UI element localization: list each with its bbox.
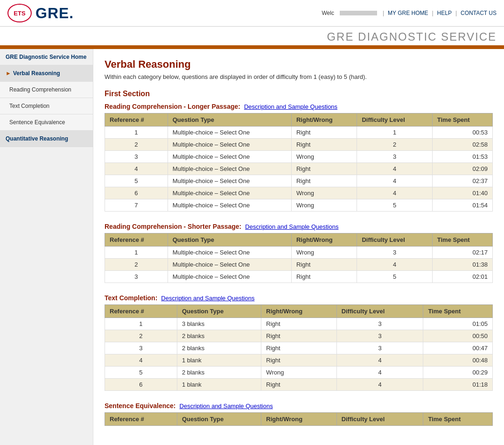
cell-ref: 3 (105, 271, 168, 283)
cell-ref: 2 (105, 330, 177, 342)
cell-type: 1 blank (177, 379, 261, 391)
cell-difficulty: 5 (357, 199, 432, 212)
cell-difficulty: 4 (336, 367, 423, 379)
rc-shorter-header-row: Reference # Question Type Right/Wrong Di… (105, 233, 493, 247)
cell-type: 2 blanks (177, 342, 261, 354)
sidebar-item-sentence-equivalence[interactable]: Sentence Equivalence (0, 114, 93, 131)
table-row: 3 Multiple-choice – Select One Wrong 3 0… (105, 151, 493, 163)
sentence-equiv-section: Sentence Equivalence: Description and Sa… (105, 402, 493, 426)
cell-type: Multiple-choice – Select One (168, 199, 291, 212)
col-result: Right/Wrong (291, 113, 357, 127)
cell-result: Right (291, 163, 357, 175)
col-ref: Reference # (105, 305, 177, 318)
subtitle: Within each category below, questions ar… (105, 73, 493, 80)
sentence-equiv-title: Sentence Equivalence: (105, 402, 176, 410)
col-result: Right/Wrong (291, 233, 357, 247)
cell-difficulty: 4 (336, 354, 423, 367)
text-completion-link[interactable]: Description and Sample Questions (161, 295, 254, 302)
cell-result: Right (261, 318, 337, 330)
cell-difficulty: 5 (357, 271, 432, 283)
table-row: 3 Multiple-choice – Select One Right 5 0… (105, 271, 493, 283)
cell-result: Right (261, 342, 337, 354)
col-type: Question Type (177, 413, 261, 426)
sidebar-item-text-completion[interactable]: Text Completion (0, 98, 93, 114)
ets-text: ETS (14, 10, 25, 17)
header: ETS GRE. Welc | MY GRE HOME | HELP | CON… (0, 0, 504, 27)
cell-type: Multiple-choice – Select One (168, 175, 291, 187)
cell-ref: 6 (105, 379, 177, 391)
text-completion-header-row: Reference # Question Type Right/Wrong Di… (105, 305, 493, 318)
cell-time: 01:18 (423, 379, 493, 391)
cell-type: Multiple-choice – Select One (168, 139, 291, 151)
sidebar-item-verbal[interactable]: ► Verbal Reasoning (0, 65, 93, 82)
cell-ref: 4 (105, 354, 177, 367)
table-row: 5 Multiple-choice – Select One Right 4 0… (105, 175, 493, 187)
cell-result: Right (261, 354, 337, 367)
col-difficulty: Difficulty Level (336, 413, 423, 426)
cell-type: 3 blanks (177, 318, 261, 330)
col-type: Question Type (168, 113, 291, 127)
cell-difficulty: 3 (336, 318, 423, 330)
cell-difficulty: 4 (357, 259, 432, 271)
cell-ref: 1 (105, 318, 177, 330)
cell-ref: 1 (105, 127, 168, 139)
rc-longer-section: Reading Comprehension - Longer Passage: … (105, 103, 493, 212)
sidebar-item-reading-comprehension[interactable]: Reading Comprehension (0, 82, 93, 98)
cell-ref: 2 (105, 139, 168, 151)
sep1: | (383, 10, 384, 16)
help-link[interactable]: HELP (437, 10, 452, 16)
cell-result: Right (291, 139, 357, 151)
cell-difficulty: 4 (357, 175, 432, 187)
cell-result: Right (291, 127, 357, 139)
col-difficulty: Difficulty Level (336, 305, 423, 318)
cell-time: 00:48 (423, 354, 493, 367)
gre-logo: GRE. (35, 5, 74, 22)
table-row: 2 2 blanks Right 3 00:50 (105, 330, 493, 342)
cell-result: Wrong (291, 247, 357, 259)
first-section-title: First Section (105, 90, 493, 98)
rc-shorter-section: Reading Comprehension - Shorter Passage:… (105, 223, 493, 283)
cell-time: 00:29 (423, 367, 493, 379)
orange-bar (0, 45, 504, 49)
rc-shorter-link[interactable]: Description and Sample Questions (245, 223, 338, 230)
banner: GRE DIAGNOSTIC SERVICE (0, 27, 504, 45)
table-row: 4 Multiple-choice – Select One Right 4 0… (105, 163, 493, 175)
sentence-equiv-link[interactable]: Description and Sample Questions (180, 403, 273, 410)
col-type: Question Type (177, 305, 261, 318)
rc-longer-table: Reference # Question Type Right/Wrong Di… (105, 113, 493, 212)
cell-ref: 2 (105, 259, 168, 271)
table-row: 1 Multiple-choice – Select One Wrong 3 0… (105, 247, 493, 259)
cell-type: Multiple-choice – Select One (168, 151, 291, 163)
sentence-equiv-header-row: Reference # Question Type Right/Wrong Di… (105, 413, 493, 426)
cell-ref: 7 (105, 199, 168, 212)
cell-difficulty: 3 (357, 247, 432, 259)
cell-time: 00:50 (423, 330, 493, 342)
table-row: 4 1 blank Right 4 00:48 (105, 354, 493, 367)
cell-difficulty: 4 (357, 163, 432, 175)
col-ref: Reference # (105, 233, 168, 247)
col-ref: Reference # (105, 113, 168, 127)
rc-longer-title: Reading Comprehension - Longer Passage: (105, 103, 240, 110)
cell-difficulty: 3 (336, 330, 423, 342)
cell-result: Right (291, 259, 357, 271)
sidebar-item-home[interactable]: GRE Diagnostic Service Home (0, 49, 93, 65)
cell-type: Multiple-choice – Select One (168, 163, 291, 175)
cell-ref: 5 (105, 175, 168, 187)
rc-shorter-table: Reference # Question Type Right/Wrong Di… (105, 233, 493, 283)
my-gre-home-link[interactable]: MY GRE HOME (388, 10, 428, 16)
col-result: Right/Wrong (261, 305, 337, 318)
sentence-equiv-heading: Sentence Equivalence: Description and Sa… (105, 402, 493, 410)
sidebar-item-quantitative[interactable]: Quantitative Reasoning (0, 131, 93, 147)
cell-result: Wrong (291, 187, 357, 199)
rc-shorter-body: 1 Multiple-choice – Select One Wrong 3 0… (105, 247, 493, 283)
cell-time: 02:01 (432, 271, 492, 283)
text-completion-heading: Text Completion: Description and Sample … (105, 294, 493, 302)
rc-longer-link[interactable]: Description and Sample Questions (244, 103, 337, 110)
cell-time: 02:17 (432, 247, 492, 259)
table-row: 6 1 blank Right 4 01:18 (105, 379, 493, 391)
username-placeholder (340, 11, 377, 15)
cell-type: 1 blank (177, 354, 261, 367)
cell-time: 02:37 (432, 175, 492, 187)
contact-us-link[interactable]: CONTACT US (461, 10, 497, 16)
col-result: Right/Wrong (261, 413, 337, 426)
